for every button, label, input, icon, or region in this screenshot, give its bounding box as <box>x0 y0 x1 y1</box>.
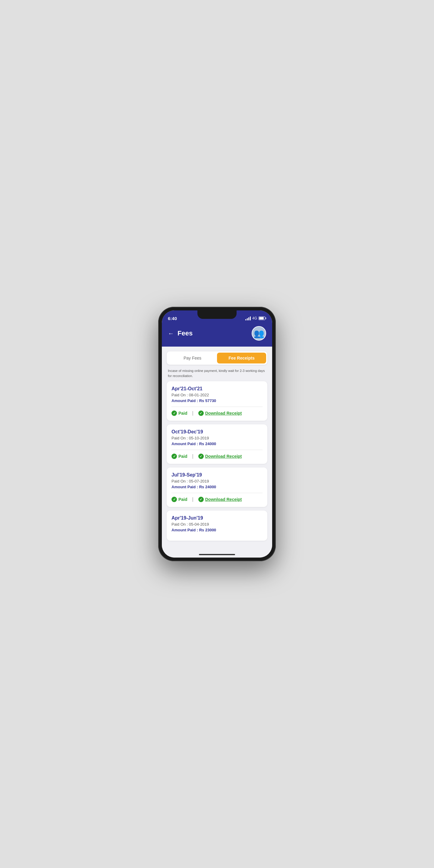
download-check-icon-1: ✓ <box>198 410 204 416</box>
back-button[interactable]: ← <box>168 330 174 337</box>
network-label: 4G <box>252 316 257 320</box>
page-title: Fees <box>178 330 193 337</box>
receipt-period-3: Jul'19-Sep'19 <box>172 472 262 478</box>
receipt-actions-1: ✓ Paid | ✓ Download Receipt <box>172 410 262 416</box>
download-label-2: Download Receipt <box>205 454 242 459</box>
receipt-period-2: Oct'19-Dec'19 <box>172 429 262 435</box>
info-text: Incase of missing online payment, kindly… <box>167 367 267 381</box>
download-receipt-button-1[interactable]: ✓ Download Receipt <box>198 410 242 416</box>
receipt-period-1: Apr'21-Oct'21 <box>172 386 262 392</box>
receipt-card-1: Apr'21-Oct'21 Paid On : 08-01-2022 Amoun… <box>167 381 267 421</box>
separator-1: | <box>192 410 193 416</box>
receipt-amount-2: Amount Paid : Rs 24000 <box>172 441 262 446</box>
download-check-icon-2: ✓ <box>198 454 204 459</box>
receipt-card-4: Apr'19-Jun'19 Paid On : 05-04-2019 Amoun… <box>167 510 267 541</box>
signal-icon <box>245 316 251 320</box>
receipt-paid-on-1: Paid On : 08-01-2022 <box>172 393 262 397</box>
phone-screen: 6:40 4G <box>162 310 272 558</box>
receipt-paid-on-2: Paid On : 05-10-2019 <box>172 436 262 440</box>
paid-label-1: Paid <box>179 411 187 415</box>
receipt-card-3: Jul'19-Sep'19 Paid On : 05-07-2019 Amoun… <box>167 467 267 507</box>
receipt-paid-on-4: Paid On : 05-04-2019 <box>172 522 262 527</box>
paid-badge-3: ✓ Paid <box>172 497 187 502</box>
tab-bar: Pay Fees Fee Receipts <box>167 351 267 365</box>
home-indicator <box>199 554 235 555</box>
receipt-amount-4: Amount Paid : Rs 23000 <box>172 528 262 532</box>
download-receipt-button-2[interactable]: ✓ Download Receipt <box>198 454 242 459</box>
check-icon-3: ✓ <box>172 497 177 502</box>
receipt-amount-3: Amount Paid : Rs 24000 <box>172 485 262 489</box>
status-time: 6:40 <box>168 316 177 321</box>
paid-badge-1: ✓ Paid <box>172 410 187 416</box>
separator-3: | <box>192 497 193 502</box>
receipt-card-2: Oct'19-Dec'19 Paid On : 05-10-2019 Amoun… <box>167 424 267 464</box>
avatar[interactable]: 👥 <box>252 326 266 341</box>
paid-label-3: Paid <box>179 497 187 502</box>
download-receipt-button-3[interactable]: ✓ Download Receipt <box>198 497 242 502</box>
download-label-3: Download Receipt <box>205 497 242 502</box>
check-icon-2: ✓ <box>172 454 177 459</box>
battery-icon <box>258 316 266 320</box>
phone-frame: 6:40 4G <box>158 307 276 561</box>
receipt-actions-2: ✓ Paid | ✓ Download Receipt <box>172 454 262 459</box>
avatar-image: 👥 <box>254 329 264 338</box>
download-label-1: Download Receipt <box>205 411 242 415</box>
notch <box>197 310 237 319</box>
status-icons: 4G <box>245 316 266 320</box>
receipt-actions-3: ✓ Paid | ✓ Download Receipt <box>172 497 262 502</box>
receipt-paid-on-3: Paid On : 05-07-2019 <box>172 479 262 484</box>
receipt-period-4: Apr'19-Jun'19 <box>172 516 262 521</box>
separator-2: | <box>192 454 193 459</box>
receipt-amount-1: Amount Paid : Rs 57730 <box>172 398 262 403</box>
download-check-icon-3: ✓ <box>198 497 204 502</box>
check-icon-1: ✓ <box>172 410 177 416</box>
main-content: Pay Fees Fee Receipts Incase of missing … <box>162 347 272 558</box>
paid-badge-2: ✓ Paid <box>172 454 187 459</box>
header: ← Fees 👥 <box>162 324 272 347</box>
tab-fee-receipts[interactable]: Fee Receipts <box>217 352 266 364</box>
tab-pay-fees[interactable]: Pay Fees <box>168 352 217 364</box>
paid-label-2: Paid <box>179 454 187 459</box>
